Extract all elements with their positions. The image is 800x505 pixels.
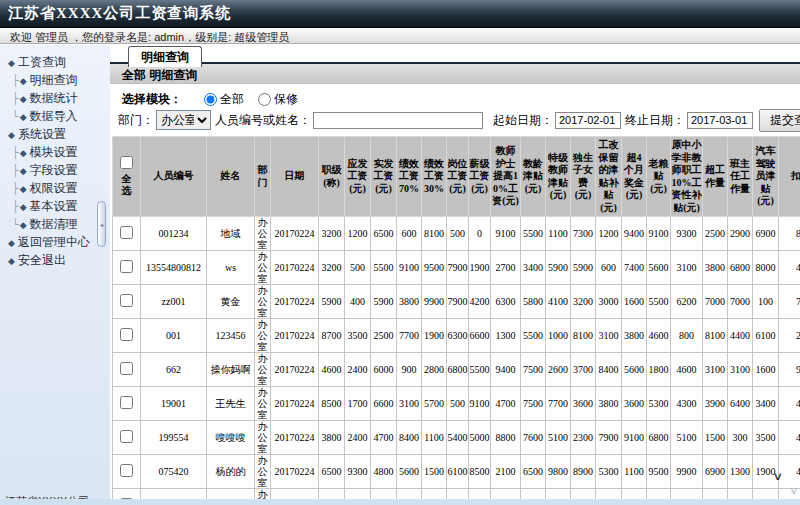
row-checkbox[interactable]: [120, 362, 133, 375]
cell-value: 3100: [728, 353, 753, 387]
row-checkbox[interactable]: [120, 464, 133, 477]
cell-value: 7900: [596, 421, 622, 455]
cell-date: 20170224: [271, 251, 319, 285]
diamond-icon: ◆: [20, 202, 27, 212]
column-header-9: 岗位工资(元): [447, 137, 469, 217]
select-all-checkbox[interactable]: [120, 156, 133, 169]
sidebar-subitem-0-1[interactable]: ├◆数据统计: [0, 89, 110, 107]
row-checkbox[interactable]: [120, 328, 133, 341]
row-select-cell: [113, 421, 141, 455]
cell-value: 7500: [521, 387, 546, 421]
cell-value: 8100: [703, 319, 728, 353]
sidebar-subitem-1-4[interactable]: └◆数据清理: [0, 215, 110, 233]
cell-value: 5700: [422, 387, 447, 421]
name-input[interactable]: [313, 112, 483, 129]
sidebar-item-2[interactable]: ◆返回管理中心: [0, 233, 110, 251]
diamond-icon: ◆: [20, 112, 27, 122]
submit-query-button[interactable]: 提交查询: [759, 109, 800, 132]
cell-value: 1100: [546, 217, 571, 251]
sidebar-subitem-0-2[interactable]: └◆数据导入: [0, 107, 110, 125]
main-panel: 明细查询 全部 明细查询 选择模块： 全部 保修 部门： 办公室 人员编号或姓名…: [110, 45, 800, 505]
sidebar-subitem-1-1[interactable]: ├◆字段设置: [0, 161, 110, 179]
sidebar-subitem-1-0[interactable]: ├◆模块设置: [0, 143, 110, 161]
table-row: 001234地域办公室20170224320012006500600810050…: [113, 217, 800, 251]
sidebar-subitem-1-3[interactable]: ├◆基本设置: [0, 197, 110, 215]
cell-value: 3400: [521, 251, 546, 285]
row-checkbox[interactable]: [120, 294, 133, 307]
tab-detail-query[interactable]: 明细查询: [128, 46, 202, 67]
cell-value: 9100: [469, 387, 491, 421]
table-row: zz001黄金办公室201702245900400590038009900790…: [113, 285, 800, 319]
cell-value: 70: [779, 285, 800, 319]
tree-branch-icon: ├: [12, 200, 19, 213]
sidebar-subitem-0-0[interactable]: ├◆明细查询: [0, 71, 110, 89]
name-label: 人员编号或姓名：: [215, 112, 311, 129]
row-checkbox[interactable]: [120, 226, 133, 239]
cell-value: 6900: [703, 455, 728, 489]
cell-value: 3100: [596, 319, 622, 353]
cell-value: 7000: [703, 285, 728, 319]
cell-value: 6100: [447, 455, 469, 489]
cell-value: 3900: [703, 387, 728, 421]
module-option-repair[interactable]: 保修: [258, 91, 298, 108]
row-checkbox[interactable]: [120, 430, 133, 443]
tree-branch-icon: ├: [12, 146, 19, 159]
cell-date: 20170224: [271, 455, 319, 489]
cell-value: 3800: [397, 285, 422, 319]
cell-value: 5500: [647, 285, 671, 319]
cell-name: 123456: [207, 319, 255, 353]
cell-value: 5900: [571, 251, 596, 285]
cell-value: 3600: [622, 387, 647, 421]
cell-value: 8100: [422, 217, 447, 251]
column-header-13: 特级教师津贴(元): [546, 137, 571, 217]
column-header-5: 应发工资(元): [345, 137, 371, 217]
end-date-input[interactable]: [687, 112, 753, 129]
cell-value: 5500: [371, 251, 397, 285]
cell-value: 5900: [371, 285, 397, 319]
cell-name: 杨的的: [207, 455, 255, 489]
row-checkbox[interactable]: [120, 260, 133, 273]
cell-name: 操你妈啊: [207, 353, 255, 387]
radio-all[interactable]: [204, 93, 217, 106]
table-row: 13554800812ws办公室201702243200500550091009…: [113, 251, 800, 285]
sidebar-item-0[interactable]: ◆工资查询: [0, 53, 110, 71]
row-checkbox[interactable]: [120, 396, 133, 409]
cell-value: 1300: [728, 455, 753, 489]
sidebar-item-1[interactable]: ◆系统设置: [0, 125, 110, 143]
module-select-row: 选择模块： 全部 保修: [110, 84, 800, 108]
cell-value: 7500: [521, 353, 546, 387]
cell-value: 7300: [571, 217, 596, 251]
radio-repair[interactable]: [258, 93, 271, 106]
cell-dept: 办公室: [255, 421, 271, 455]
bottom-strip: [0, 499, 800, 505]
module-option-all[interactable]: 全部: [204, 91, 244, 108]
cell-value: 2100: [491, 455, 521, 489]
cell-value: 2700: [491, 251, 521, 285]
cell-value: 3200: [319, 251, 345, 285]
app-title: 江苏省XXXX公司工资查询系统: [8, 5, 231, 21]
cell-value: 8800: [491, 421, 521, 455]
dept-select[interactable]: 办公室: [156, 110, 211, 130]
cell-employee-id: 662: [141, 353, 207, 387]
cell-value: 8500: [319, 387, 345, 421]
results-table-container: 全选人员编号姓名部门日期职级(称)应发工资(元)实发工资(元)绩效工资70%绩效…: [112, 136, 800, 502]
sidebar-subitem-1-2[interactable]: ├◆权限设置: [0, 179, 110, 197]
cell-employee-id: 13554800812: [141, 251, 207, 285]
page-scroll-down-icon[interactable]: ˅: [790, 487, 798, 497]
column-header-20: 班主任工作量: [728, 137, 753, 217]
column-header-18: 原中小学非教师职工10%工资性补贴(元): [671, 137, 703, 217]
cell-value: 1600: [622, 285, 647, 319]
sidebar-item-3[interactable]: ◆安全退出: [0, 251, 110, 269]
sidebar-collapse-handle[interactable]: ◂: [97, 201, 106, 247]
tree-branch-icon: ├: [12, 164, 19, 177]
diamond-icon: ◆: [8, 256, 15, 266]
cell-value: 5600: [622, 353, 647, 387]
cell-dept: 办公室: [255, 251, 271, 285]
scroll-down-icon[interactable]: ˅: [774, 472, 782, 482]
cell-value: 9400: [491, 353, 521, 387]
select-all-header: 全选: [113, 137, 141, 217]
start-date-input[interactable]: [555, 112, 621, 129]
diamond-icon: ◆: [20, 148, 27, 158]
app-header: 江苏省XXXX公司工资查询系统: [0, 0, 800, 28]
cell-value: 6500: [319, 455, 345, 489]
